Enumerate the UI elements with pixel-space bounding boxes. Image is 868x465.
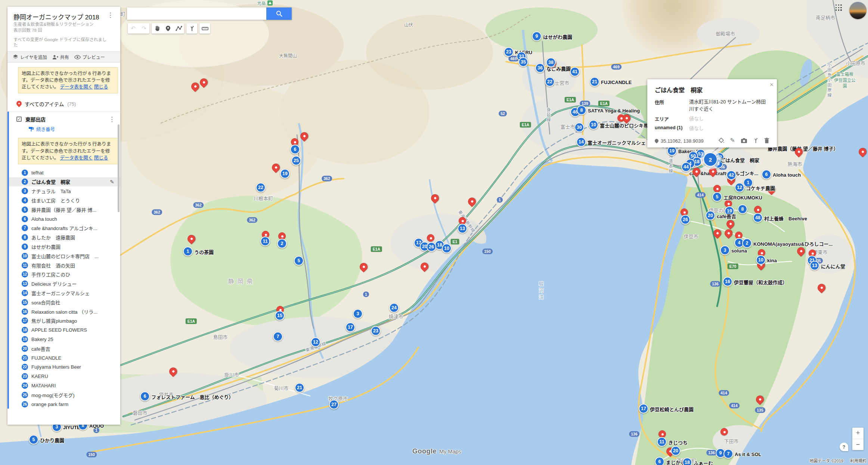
account-avatar[interactable] [849,2,867,19]
numbered-marker[interactable]: 9 [532,31,542,41]
numbered-marker[interactable]: 27 [329,400,339,409]
numbered-marker[interactable]: 6 [290,145,300,154]
numbered-marker[interactable]: 26 [427,242,436,252]
dismiss-warning-link[interactable]: 閉じる [94,84,108,90]
help-button[interactable]: ? [840,443,848,451]
add-directions-button[interactable] [186,23,197,34]
list-item[interactable]: 2ごはん食堂 桐家✎ [7,177,120,187]
numbered-marker[interactable]: 16 [723,277,732,286]
list-item[interactable]: 5藤井農園（藤井 望／藤井 博... [7,205,120,214]
numbered-marker[interactable]: 22 [256,183,266,192]
numbered-marker[interactable]: 30 [574,123,584,132]
numbered-marker[interactable]: 26 [681,215,690,224]
add-marker-tool-button[interactable] [162,23,173,34]
all-items-row[interactable]: すべてのアイテム (75) [7,97,120,111]
list-item[interactable]: 12手作り工房このひ [7,270,120,279]
numbered-marker[interactable]: 22 [545,77,555,87]
list-item[interactable]: 18APPLE SEED FLOWERS [7,325,120,335]
numbered-marker[interactable]: 1 [183,247,193,256]
numbered-marker[interactable]: 21 [590,77,599,87]
numbered-marker[interactable]: 48 [753,213,763,223]
numbered-marker[interactable]: 15 [275,311,285,320]
add-layer-button[interactable]: レイヤを追加 [13,54,47,60]
layer-menu-button[interactable]: ⋮ [107,116,117,123]
list-item[interactable]: 19Bakery 25 [7,335,120,344]
numbered-marker[interactable]: 5 [29,435,38,444]
numbered-marker[interactable]: 25 [291,156,301,165]
numbered-marker[interactable]: 8 [738,204,747,214]
zoom-in-button[interactable]: + [852,428,864,439]
list-item[interactable]: 10富士山麓のピロシキ専門店 ... [7,251,120,261]
undo-button[interactable]: ↶ [128,23,139,34]
layer-visibility-checkbox[interactable]: ✓ [16,117,22,122]
layer-style-link[interactable]: 続き番号 [7,123,120,133]
numbered-marker[interactable]: 10 [589,120,598,130]
numbered-marker[interactable]: 20 [706,211,715,220]
trash-icon[interactable] [764,137,769,143]
numbered-marker[interactable]: 14 [576,137,586,147]
search-input[interactable] [127,7,266,20]
share-button[interactable]: 共有 [52,54,69,60]
numbered-marker[interactable]: 17 [345,322,355,332]
red-dot-marker[interactable] [427,234,434,242]
numbered-marker[interactable]: 1 [743,178,753,187]
sidebar-scrollbar[interactable] [118,124,120,212]
list-item[interactable]: 22Fujiyama Hunters Beer [7,362,120,372]
style-bucket-icon[interactable] [718,137,725,144]
preview-button[interactable]: プレビュー [74,54,105,60]
numbered-marker[interactable]: 23 [504,47,514,57]
list-item[interactable]: 4住まい工房 とうくり [7,196,120,205]
list-item[interactable]: 7cafe &handcrafts アルゴンキ... [7,224,120,233]
list-item[interactable]: 24MATAHARI [7,381,120,390]
list-item[interactable]: 21FUJICANDLE [7,353,120,363]
numbered-marker[interactable]: 5 [712,192,722,202]
redo-button[interactable]: ↷ [139,23,149,34]
list-item[interactable]: 16Relaxation salon citta （リラ... [7,307,120,316]
list-item[interactable]: 26orange park farm [7,400,120,409]
numbered-marker[interactable]: 2 [277,239,287,248]
numbered-marker[interactable]: 11 [657,437,667,447]
list-item[interactable]: 25mog-mog(モグモグ) [7,390,120,400]
open-data-table-link[interactable]: データ表を開く [60,155,93,161]
numbered-marker[interactable]: 6 [762,170,771,179]
red-dot-marker[interactable] [658,430,666,438]
camera-icon[interactable] [741,138,747,143]
numbered-marker[interactable]: 10 [756,255,766,265]
numbered-marker[interactable]: 13 [458,224,467,233]
numbered-marker[interactable]: 17 [639,404,648,413]
pan-tool-button[interactable] [152,23,162,34]
numbered-marker[interactable]: 19 [667,146,677,156]
red-dot-marker[interactable] [720,428,728,435]
numbered-marker[interactable]: 10 [442,244,452,253]
numbered-marker[interactable]: 41 [570,67,580,77]
list-item[interactable]: 9はせがわ農園 [7,242,120,251]
numbered-marker[interactable]: 23 [371,326,381,336]
open-data-table-link[interactable]: データ表を開く [60,84,93,90]
numbered-marker[interactable]: 44 [681,162,691,172]
numbered-marker[interactable]: 13 [810,261,819,270]
list-item[interactable]: 3ナチュラル TaTa [7,186,120,196]
numbered-marker[interactable]: 3 [353,309,363,319]
google-apps-icon[interactable] [836,4,842,11]
numbered-marker[interactable]: 20 [671,446,681,456]
list-item[interactable]: 14富士オーガニックマルシェ [7,288,120,298]
list-item[interactable]: 17焦がし雑貨plumbago [7,316,120,326]
close-icon[interactable]: × [770,81,774,89]
directions-icon[interactable] [753,137,759,143]
numbered-marker[interactable]: 7 [273,332,283,341]
numbered-marker[interactable]: 18 [682,458,692,465]
numbered-marker[interactable]: 21 [295,383,304,393]
numbered-marker[interactable]: 3 [720,245,730,255]
selected-numbered-marker[interactable]: 2 [703,152,717,167]
zoom-out-button[interactable]: − [852,439,864,450]
numbered-marker[interactable]: 12 [735,183,744,192]
list-item[interactable]: 20cafe善吉 [7,344,120,353]
numbered-marker[interactable]: 2 [742,238,752,248]
numbered-marker[interactable]: 42 [726,170,736,180]
red-dot-marker[interactable] [459,217,466,224]
numbered-marker[interactable]: 19 [725,206,734,216]
edit-pencil-icon[interactable]: ✎ [110,179,114,185]
dismiss-warning-link[interactable]: 閉じる [94,155,108,161]
red-dot-marker[interactable] [754,206,762,213]
list-item[interactable]: 8あしたか 遠藤農園 [7,233,120,242]
